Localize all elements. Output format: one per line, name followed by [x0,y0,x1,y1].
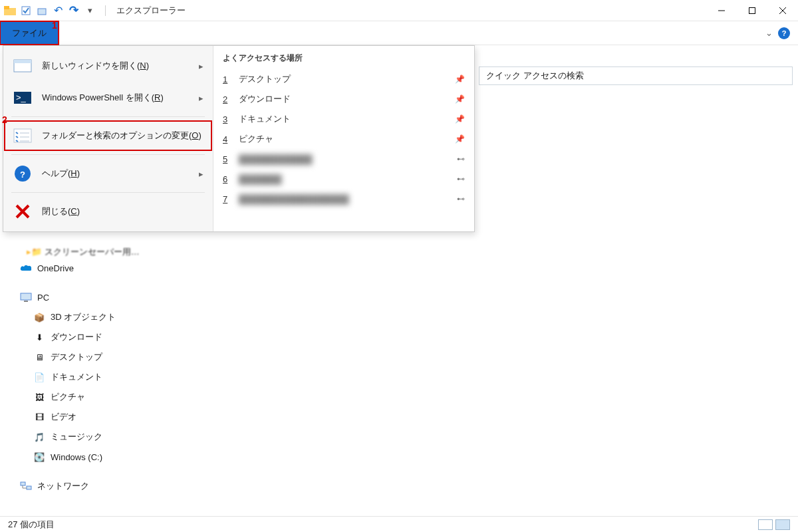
maximize-button[interactable] [737,0,767,21]
navigation-tree: OneDrive PC 📦3D オブジェクト⬇ダウンロード🖥デスクトップ📄ドキュ… [8,258,141,496]
frequent-label: ダウンロード [239,93,448,105]
qat-customize-icon[interactable]: ▾ [84,5,96,17]
frequent-place-item[interactable]: 7 ██████████████████ ⊷ [223,189,465,209]
tree-pc-child[interactable]: 🖥デスクトップ [8,347,141,367]
minimize-button[interactable] [706,0,737,21]
menu-folder-options[interactable]: 2 フォルダーと検索のオプションの変更(O) [3,120,213,152]
frequent-place-item[interactable]: 4 ピクチャ 📌 [223,129,465,149]
frequent-place-item[interactable]: 1 デスクトップ 📌 [223,69,465,89]
frequent-index: 7 [223,194,232,204]
svg-text:>_: >_ [16,92,27,102]
qat-new-folder-icon[interactable] [36,5,48,17]
menu-help[interactable]: ? ヘルプ(H) ▸ [3,158,213,190]
tree-pc[interactable]: PC [8,287,141,307]
file-tab[interactable]: ファイル [0,21,59,45]
svg-rect-3 [38,9,46,15]
unpin-icon[interactable]: ⊷ [457,194,465,203]
callout-2: 2 [2,114,7,125]
frequent-label: ピクチャ [239,133,448,145]
frequent-places-panel: よくアクセスする場所 1 デスクトップ 📌2 ダウンロード 📌3 ドキュメント … [213,46,474,231]
file-tab-label: ファイル [12,27,47,39]
onedrive-icon [20,263,32,273]
tree-pc-child[interactable]: 🎵ミュージック [8,427,141,447]
folder-icon: 🎞 [33,412,45,422]
pin-icon[interactable]: 📌 [455,134,465,144]
view-mode-toggle [758,519,790,530]
explorer-body: クイック アクセスの検索 新しいウィンドウを開く(N) ▸ >_ Windows… [0,45,798,516]
frequent-index: 5 [223,154,232,164]
chevron-right-icon: ▸ [199,169,203,179]
menu-help-label: ヘルプ(H) [42,168,190,180]
unpin-icon[interactable]: ⊷ [457,154,465,164]
folder-icon: 💽 [33,452,45,462]
view-details-button[interactable] [758,519,773,530]
view-icons-button[interactable] [775,519,790,530]
ribbon-collapse-icon[interactable]: ⌄ [765,28,773,38]
quick-access-toolbar: ↶ ↷ ▾ [0,5,100,17]
frequent-index: 3 [223,114,232,124]
tree-pc-child[interactable]: 🎞ビデオ [8,407,141,427]
separator [105,5,106,16]
folder-icon: ⬇ [33,332,45,342]
tree-pc-child[interactable]: 💽Windows (C:) [8,447,141,467]
frequent-label: ██████████████████ [239,194,450,204]
pin-icon[interactable]: 📌 [455,114,465,124]
tree-label: PC [37,293,49,303]
frequent-label: ███████ [239,174,450,184]
tree-item-peek: ▸📁 スクリーンセーバー用… [27,246,140,258]
svg-rect-5 [749,7,755,13]
tree-onedrive[interactable]: OneDrive [8,258,141,278]
frequent-place-item[interactable]: 5 ████████████ ⊷ [223,149,465,169]
pin-icon[interactable]: 📌 [455,94,465,104]
menu-close-label: 閉じる(C) [42,205,203,217]
powershell-icon: >_ [13,89,33,106]
title-bar: ↶ ↷ ▾ エクスプローラー [0,0,798,21]
close-button[interactable] [767,0,798,21]
svg-text:?: ? [20,170,25,180]
tree-pc-child[interactable]: 📦3D オブジェクト [8,307,141,327]
callout-1: 1 [52,20,57,31]
window-buttons [706,0,798,21]
redo-icon[interactable]: ↷ [68,5,80,17]
search-placeholder: クイック アクセスの検索 [486,70,584,82]
menu-close[interactable]: 閉じる(C) [3,196,213,227]
undo-icon[interactable]: ↶ [52,5,64,17]
frequent-place-item[interactable]: 3 ドキュメント 📌 [223,109,465,129]
svg-rect-9 [14,60,31,63]
tree-label: 3D オブジェクト [51,311,116,323]
pin-icon[interactable]: 📌 [455,74,465,84]
menu-new-window[interactable]: 新しいウィンドウを開く(N) ▸ [3,50,213,82]
tree-label: デスクトップ [51,351,102,363]
tree-network[interactable]: ネットワーク [8,476,141,496]
frequent-place-item[interactable]: 6 ███████ ⊷ [223,169,465,189]
tree-label: ミュージック [51,431,102,443]
explorer-app-icon [4,5,16,17]
tree-pc-child[interactable]: ⬇ダウンロード [8,327,141,347]
frequent-places-header: よくアクセスする場所 [223,53,465,64]
svg-rect-22 [21,482,25,485]
tree-pc-child[interactable]: 📄ドキュメント [8,367,141,387]
unpin-icon[interactable]: ⊷ [457,174,465,184]
menu-powershell[interactable]: >_ Windows PowerShell を開く(R) ▸ [3,82,213,114]
tree-pc-child[interactable]: 🖼ピクチャ [8,387,141,407]
tree-label: ビデオ [51,411,76,423]
frequent-index: 6 [223,174,232,184]
network-icon [20,481,32,491]
help-icon[interactable]: ? [778,27,790,39]
options-icon [13,127,33,144]
search-input[interactable]: クイック アクセスの検索 [479,66,793,85]
frequent-index: 2 [223,94,232,104]
window-title: エクスプローラー [116,5,186,17]
folder-icon: 📄 [33,372,45,382]
tree-label: ネットワーク [37,480,89,492]
tree-label: ピクチャ [51,391,85,403]
qat-properties-icon[interactable] [20,5,32,17]
menu-divider [11,154,205,155]
frequent-place-item[interactable]: 2 ダウンロード 📌 [223,89,465,109]
file-menu-left: 新しいウィンドウを開く(N) ▸ >_ Windows PowerShell を… [3,46,213,231]
status-item-count: 27 個の項目 [8,519,55,531]
menu-powershell-label: Windows PowerShell を開く(R) [42,92,190,104]
frequent-index: 4 [223,134,232,144]
svg-rect-21 [24,301,28,302]
folder-icon: 🎵 [33,432,45,442]
